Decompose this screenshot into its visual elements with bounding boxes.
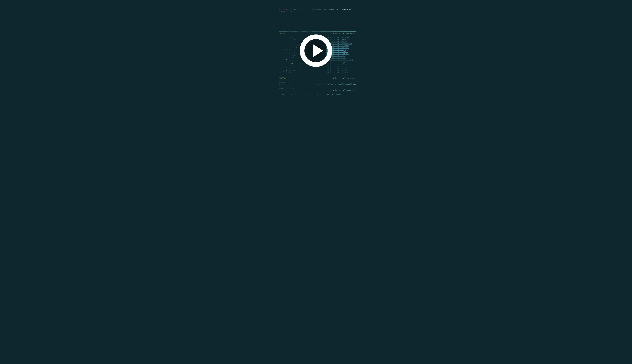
terminal-screen: bettersml A complete interactive develop… (224, 0, 408, 104)
screenshot-url: https://raw.githubusercontent.com/jez/vi… (278, 83, 356, 85)
play-icon (300, 34, 332, 67)
section-heading-contents: CONTENTS (278, 32, 286, 34)
doc-tagline: A complete interactive development envir… (288, 8, 352, 10)
svg-marker-1 (313, 44, 323, 58)
ascii-art-line: \ \ \____ ____ \ \ _\\ \ _\ ____ _ _ ___… (278, 18, 363, 20)
toc-link[interactable]: vim-better-sml-credits (326, 71, 348, 73)
toc-line-text: 6. License & Contributing ..............… (278, 69, 326, 71)
subsection-heading-semantic: Semantic Information (278, 87, 298, 89)
section-tag: vim-better-sml-contents (332, 32, 354, 34)
play-button[interactable] (299, 34, 333, 68)
feature-bullet-text: - Look up type of identifier under curso… (278, 93, 330, 95)
toc-link[interactable]: vim-better-sml-caveats (326, 67, 348, 69)
toc-line-text: 7. Credits .............................… (278, 71, 326, 73)
doc-plugin-tag: vim-better-sml (278, 10, 292, 12)
ascii-art-line: _ __ __ __ (278, 14, 361, 16)
ascii-art-line: \/___/ \/_____/ \/__/ \/__/ \/_____/\/_/… (278, 26, 367, 28)
section-rule: ========================================… (278, 30, 356, 32)
section-tag: vim-better-sml-semantic (332, 89, 354, 91)
feature-bullet-link[interactable]: :SMLTypeQuery (330, 93, 343, 95)
ascii-art-line: \ \____/\ \_____\ \ \__\ \ \__\ \ \_____… (278, 24, 367, 26)
ascii-art-line: \ \ \_\ \/\ ___\ \ \ \_ \ \ \_ /\ ___\ \… (278, 22, 366, 24)
ascii-art-line: \ \ __ \ / __ \ \ \ \/ \ \ \/ / __ \/\`'… (278, 20, 365, 22)
feature-bullet-suffix: . (343, 93, 344, 95)
screenshot-label: Screenshot: (278, 81, 290, 83)
section-rule: ========================================… (278, 75, 356, 77)
section-heading-features: FEATURES (278, 77, 286, 79)
toc-link[interactable]: vim-better-sml-license (326, 69, 348, 71)
ascii-art-line: /\ \ /\ \__ /\ \__ /\_\ (278, 16, 362, 18)
doc-title: bettersml (278, 8, 288, 10)
section-tag: vim-better-sml-features (332, 77, 354, 79)
